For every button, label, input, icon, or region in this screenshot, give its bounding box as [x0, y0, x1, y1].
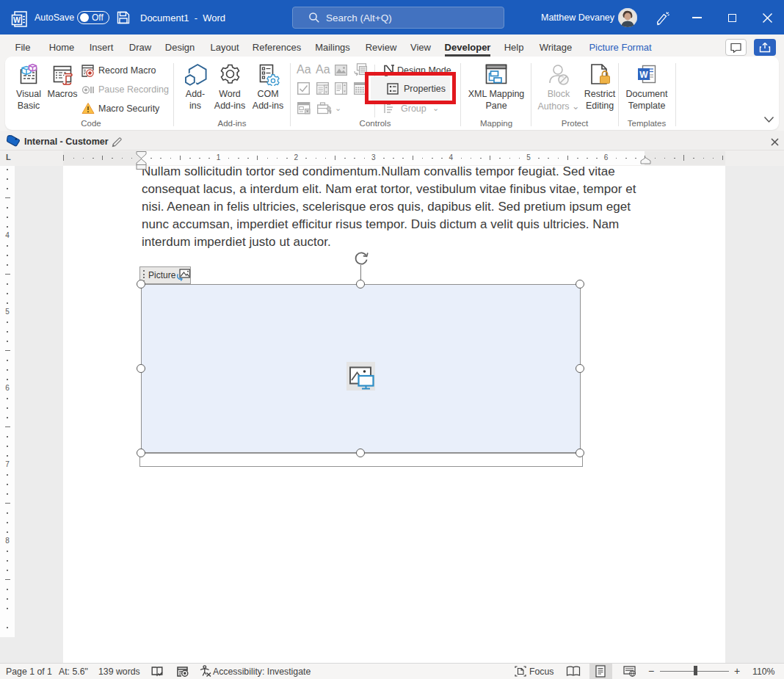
svg-text:W: W: [639, 70, 648, 80]
svg-text:W: W: [13, 15, 21, 24]
